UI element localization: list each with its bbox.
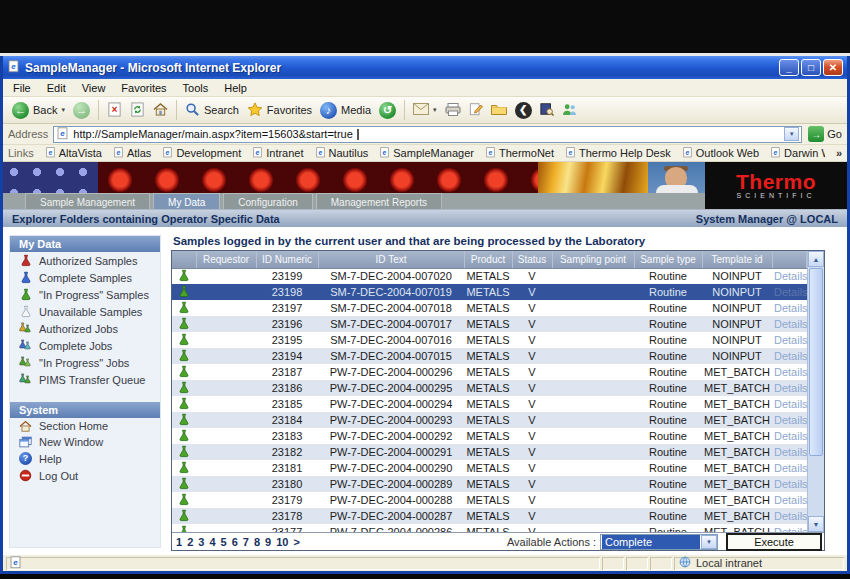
page-link-1[interactable]: 1 xyxy=(176,536,182,548)
table-row[interactable]: 23196SM-7-DEC-2004-007017METALSVRoutineN… xyxy=(172,316,807,332)
table-row[interactable]: 23198SM-7-DEC-2004-007019METALSVRoutineN… xyxy=(172,284,807,300)
sidebar-item-authorized-jobs[interactable]: Authorized Jobs xyxy=(10,320,160,337)
column-header-id-text[interactable]: ID Text xyxy=(318,251,464,268)
details-link[interactable]: Details... xyxy=(774,334,807,346)
research-button[interactable] xyxy=(536,100,558,120)
favorites-button[interactable]: Favorites xyxy=(243,100,316,121)
link-outlook-web[interactable]: eOutlook Web xyxy=(682,147,759,160)
link-development[interactable]: eDevelopment xyxy=(162,147,241,160)
table-row[interactable]: 23180PW-7-DEC-2004-000289METALSVRoutineM… xyxy=(172,476,807,492)
sidebar-item-complete-jobs[interactable]: Complete Jobs xyxy=(10,337,160,354)
page-link-5[interactable]: 5 xyxy=(221,536,227,548)
media-button[interactable]: ♪ Media xyxy=(316,100,375,121)
sidebar-item-new-window[interactable]: New Window xyxy=(10,434,160,450)
page-link-6[interactable]: 6 xyxy=(232,536,238,548)
mail-dropdown-icon[interactable]: ▾ xyxy=(433,106,437,114)
menu-favorites[interactable]: Favorites xyxy=(113,81,174,95)
table-row[interactable]: 23177PW-7-DEC-2004-000286METALSVRoutineM… xyxy=(172,524,807,532)
scroll-down-icon[interactable]: ▼ xyxy=(808,516,824,532)
details-link[interactable]: Details... xyxy=(774,510,807,522)
page-link-9[interactable]: 9 xyxy=(265,536,271,548)
column-header-template-id[interactable]: Template id xyxy=(702,251,772,268)
scroll-up-icon[interactable]: ▲ xyxy=(808,251,824,267)
details-link[interactable]: Details... xyxy=(774,430,807,442)
link-nautilus[interactable]: eNautilus xyxy=(315,147,369,160)
details-link[interactable]: Details... xyxy=(774,478,807,490)
window-titlebar[interactable]: e SampleManager - Microsoft Internet Exp… xyxy=(3,56,847,79)
sidebar-item-unavailable-samples[interactable]: Unavailable Samples xyxy=(10,303,160,320)
link-altavista[interactable]: eAltaVista xyxy=(45,147,102,160)
table-row[interactable]: 23182PW-7-DEC-2004-000291METALSVRoutineM… xyxy=(172,444,807,460)
details-link[interactable]: Details... xyxy=(774,526,807,532)
column-header-id-numeric[interactable]: ID Numeric xyxy=(256,251,318,268)
link-darwin-wiki[interactable]: eDarwin Wiki xyxy=(770,147,825,160)
tab-my-data[interactable]: My Data xyxy=(153,193,220,209)
menu-tools[interactable]: Tools xyxy=(175,81,217,95)
link-thermonet[interactable]: eThermoNet xyxy=(485,147,554,160)
page-link-10[interactable]: 10 xyxy=(276,536,288,548)
column-header-blank[interactable] xyxy=(772,251,807,268)
tab-configuration[interactable]: Configuration xyxy=(223,193,312,209)
forward-button[interactable]: → xyxy=(69,100,94,121)
details-link[interactable]: Details... xyxy=(774,350,807,362)
maximize-button[interactable]: □ xyxy=(801,59,821,76)
link-atlas[interactable]: eAtlas xyxy=(113,147,151,160)
link-samplemanager[interactable]: eSampleManager xyxy=(379,147,474,160)
actions-select[interactable]: Complete ▼ xyxy=(600,534,718,550)
table-row[interactable]: 23187PW-7-DEC-2004-000296METALSVRoutineM… xyxy=(172,364,807,380)
page-link-[interactable]: > xyxy=(293,536,299,548)
sidebar-item-complete-samples[interactable]: Complete Samples xyxy=(10,269,160,286)
details-link[interactable]: Details... xyxy=(774,382,807,394)
stop-button[interactable]: × xyxy=(103,100,126,121)
page-link-4[interactable]: 4 xyxy=(209,536,215,548)
mail-button[interactable]: ▾ xyxy=(409,101,441,119)
menu-edit[interactable]: Edit xyxy=(39,81,74,95)
sidebar-item-help[interactable]: ?Help xyxy=(10,450,160,467)
details-link[interactable]: Details... xyxy=(774,286,807,298)
sidebar-item-log-out[interactable]: Log Out xyxy=(10,467,160,484)
tab-management-reports[interactable]: Management Reports xyxy=(316,193,442,209)
scrollbar-thumb[interactable] xyxy=(809,268,823,456)
sidebar-item-in-progress-jobs[interactable]: "In Progress" Jobs xyxy=(10,354,160,371)
table-row[interactable]: 23183PW-7-DEC-2004-000292METALSVRoutineM… xyxy=(172,428,807,444)
table-row[interactable]: 23186PW-7-DEC-2004-000295METALSVRoutineM… xyxy=(172,380,807,396)
edit-button[interactable] xyxy=(465,100,487,120)
details-link[interactable]: Details... xyxy=(774,398,807,410)
discuss-button[interactable]: ❮ xyxy=(511,100,536,121)
menu-help[interactable]: Help xyxy=(216,81,255,95)
address-input[interactable]: e http://SampleManager/main.aspx?item=15… xyxy=(53,126,802,143)
table-row[interactable]: 23185PW-7-DEC-2004-000294METALSVRoutineM… xyxy=(172,396,807,412)
table-row[interactable]: 23197SM-7-DEC-2004-007018METALSVRoutineN… xyxy=(172,300,807,316)
column-header-sampling-point[interactable]: Sampling point xyxy=(552,251,634,268)
go-button[interactable]: → Go xyxy=(808,126,842,142)
page-link-7[interactable]: 7 xyxy=(243,536,249,548)
details-link[interactable]: Details... xyxy=(774,462,807,474)
details-link[interactable]: Details... xyxy=(774,414,807,426)
menu-view[interactable]: View xyxy=(74,81,114,95)
column-header-status[interactable]: Status xyxy=(512,251,552,268)
column-header-sample-type[interactable]: Sample type xyxy=(634,251,702,268)
tab-sample-management[interactable]: Sample Management xyxy=(25,193,150,209)
sidebar-item-authorized-samples[interactable]: Authorized Samples xyxy=(10,252,160,269)
details-link[interactable]: Details... xyxy=(774,302,807,314)
column-header-product[interactable]: Product xyxy=(464,251,512,268)
folder-button[interactable] xyxy=(487,101,511,119)
details-link[interactable]: Details... xyxy=(774,366,807,378)
details-link[interactable]: Details... xyxy=(774,494,807,506)
close-button[interactable]: ✕ xyxy=(823,59,843,76)
messenger-button[interactable] xyxy=(558,101,581,120)
table-row[interactable]: 23199SM-7-DEC-2004-007020METALSVRoutineN… xyxy=(172,268,807,284)
table-row[interactable]: 23179PW-7-DEC-2004-000288METALSVRoutineM… xyxy=(172,492,807,508)
back-dropdown-icon[interactable]: ▾ xyxy=(61,106,65,114)
table-row[interactable]: 23181PW-7-DEC-2004-000290METALSVRoutineM… xyxy=(172,460,807,476)
table-row[interactable]: 23184PW-7-DEC-2004-000293METALSVRoutineM… xyxy=(172,412,807,428)
page-link-2[interactable]: 2 xyxy=(187,536,193,548)
page-link-3[interactable]: 3 xyxy=(198,536,204,548)
menu-file[interactable]: File xyxy=(5,81,39,95)
address-dropdown-icon[interactable]: ▼ xyxy=(784,127,799,141)
home-button[interactable] xyxy=(149,100,172,120)
details-link[interactable]: Details... xyxy=(774,446,807,458)
table-scrollbar[interactable]: ▲ ▼ xyxy=(807,251,824,532)
table-row[interactable]: 23178PW-7-DEC-2004-000287METALSVRoutineM… xyxy=(172,508,807,524)
minimize-button[interactable]: _ xyxy=(779,59,799,76)
